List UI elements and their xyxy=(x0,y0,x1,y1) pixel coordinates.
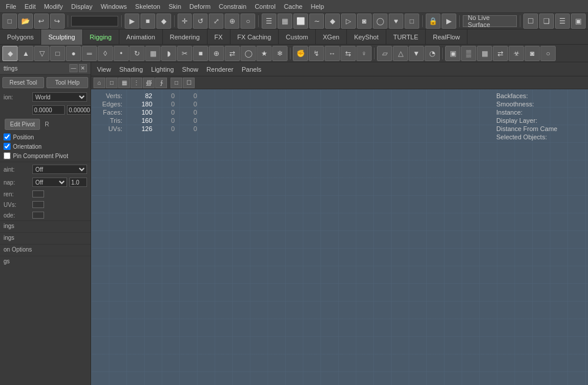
vp-cam-btn2[interactable]: ☐ xyxy=(183,78,195,88)
mask-btn[interactable]: ▱ xyxy=(377,46,392,61)
menu-skeleton[interactable]: Skeleton xyxy=(132,2,164,11)
sculpt-smear-btn[interactable]: ⇄ xyxy=(225,46,240,61)
rotate-btn[interactable]: ↺ xyxy=(193,14,208,29)
render-btn[interactable]: ▶ xyxy=(442,14,456,29)
misc-btn5[interactable]: □ xyxy=(405,14,419,29)
menu-edit[interactable]: Edit xyxy=(21,2,39,11)
soft-select-btn[interactable]: ○ xyxy=(240,14,255,29)
menu-cache[interactable]: Cache xyxy=(280,2,306,11)
isolate-btn[interactable]: ◔ xyxy=(425,46,440,61)
uvs-color[interactable] xyxy=(32,201,44,208)
sculpt-pose-btn[interactable]: ♀ xyxy=(356,46,372,61)
vp-menu-panels[interactable]: Panels xyxy=(238,65,265,74)
menu-file[interactable]: File xyxy=(2,2,20,11)
tool-help-btn[interactable]: Tool Help xyxy=(46,77,88,88)
edit-pivot-btn[interactable]: Edit Pivot xyxy=(5,119,40,130)
select-btn3[interactable]: ◆ xyxy=(156,14,171,29)
ode-color[interactable] xyxy=(32,212,44,219)
move-btn[interactable]: ✛ xyxy=(178,14,192,29)
vp-num-btn[interactable]: ∰ xyxy=(143,78,155,88)
vp-fit-btn[interactable]: □ xyxy=(106,78,118,88)
sculpt-vis7[interactable]: ○ xyxy=(540,46,556,61)
undo-btn[interactable]: ↩ xyxy=(34,14,49,29)
orientation-checkbox[interactable] xyxy=(4,143,11,150)
sculpt-pull-btn[interactable]: ▲ xyxy=(18,46,34,61)
scale-btn[interactable]: ⤢ xyxy=(209,14,223,29)
sculpt-vis3[interactable]: ▦ xyxy=(477,46,492,61)
sculpt-foamy-btn[interactable]: ◊ xyxy=(98,46,113,61)
grid-snap-btn[interactable]: ⬜ xyxy=(293,14,308,29)
tab-rigging[interactable]: Rigging xyxy=(83,29,119,45)
tab-xgen[interactable]: XGen xyxy=(316,29,347,45)
sculpt-relax-btn[interactable]: □ xyxy=(50,46,65,61)
vp-cam-btn[interactable]: □ xyxy=(171,78,182,88)
menu-help[interactable]: Help xyxy=(307,2,328,11)
vp-num-btn2[interactable]: ∱ xyxy=(155,78,167,88)
sculpt-freeze-btn[interactable]: ❄ xyxy=(272,46,288,61)
misc-btn4[interactable]: ♥ xyxy=(389,14,403,29)
snap-num[interactable] xyxy=(69,178,87,187)
snap-select[interactable]: Off xyxy=(32,178,67,187)
sculpt-vis2[interactable]: ▒ xyxy=(461,46,476,61)
mask-clear-btn[interactable]: △ xyxy=(393,46,408,61)
window-btn1[interactable]: ☐ xyxy=(523,14,538,29)
sculpt-knife-btn[interactable]: ⊕ xyxy=(209,46,224,61)
sculpt-vis1[interactable]: ▣ xyxy=(445,46,460,61)
sculpt-imprint-btn[interactable]: ▦ xyxy=(145,46,161,61)
menu-modify[interactable]: Modify xyxy=(41,2,66,11)
tab-keyshot[interactable]: KeyShot xyxy=(347,29,386,45)
vp-wireframe-btn[interactable]: ▦ xyxy=(118,78,130,88)
sculpt-bulge-btn[interactable]: ◯ xyxy=(240,46,256,61)
redo-btn[interactable]: ↪ xyxy=(50,14,65,29)
panel-close-btn[interactable]: ✕ xyxy=(79,64,87,72)
sculpt-scrape-btn[interactable]: ✂ xyxy=(177,46,192,61)
tab-rendering[interactable]: Rendering xyxy=(163,29,208,45)
window-btn2[interactable]: ❑ xyxy=(539,14,554,29)
sculpt-grab-btn[interactable]: ✊ xyxy=(293,46,308,61)
menu-deform[interactable]: Deform xyxy=(186,2,214,11)
sculpt-push-btn[interactable]: ◆ xyxy=(2,46,18,61)
menu-constrain[interactable]: Constrain xyxy=(215,2,250,11)
select-btn1[interactable]: ▶ xyxy=(125,14,139,29)
tab-realflow[interactable]: RealFlow xyxy=(426,29,467,45)
menu-display[interactable]: Display xyxy=(68,2,96,11)
pin-component-checkbox[interactable] xyxy=(4,152,11,159)
sculpt-fill-btn[interactable]: ■ xyxy=(193,46,208,61)
vp-home-btn[interactable]: ⌂ xyxy=(93,78,105,88)
ren-color[interactable] xyxy=(32,190,44,197)
snap-btn[interactable]: ▦ xyxy=(278,14,292,29)
sculpt-vis6[interactable]: ◙ xyxy=(524,46,540,61)
tab-fx-caching[interactable]: FX Caching xyxy=(230,29,279,45)
vp-layout-btn[interactable]: ⋮ xyxy=(131,78,142,88)
window-btn4[interactable]: ▣ xyxy=(571,14,586,29)
tab-turtle[interactable]: TURTLE xyxy=(386,29,426,45)
val1-input[interactable] xyxy=(32,105,65,115)
objects-input[interactable]: Objects xyxy=(71,16,118,26)
sculpt-flatten-btn[interactable]: ═ xyxy=(82,46,97,61)
misc-btn2[interactable]: ◙ xyxy=(357,14,372,29)
curve-btn[interactable]: ∼ xyxy=(309,14,324,29)
menu-control[interactable]: Control xyxy=(251,2,279,11)
sculpt-vis4[interactable]: ⇄ xyxy=(493,46,508,61)
sculpt-vis5[interactable]: ☣ xyxy=(509,46,524,61)
no-live-surface-label[interactable]: No Live Surface xyxy=(463,15,517,27)
lock-btn[interactable]: 🔒 xyxy=(426,14,440,29)
tab-sculpting[interactable]: Sculpting xyxy=(41,29,82,45)
sculpt-spray-btn[interactable]: • xyxy=(113,46,129,61)
mask-flood-btn[interactable]: ▼ xyxy=(409,46,424,61)
vp-menu-show[interactable]: Show xyxy=(179,65,202,74)
sculpt-pinch-btn[interactable]: ● xyxy=(66,46,81,61)
reset-tool-btn[interactable]: Reset Tool xyxy=(2,77,44,88)
new-scene-btn[interactable]: □ xyxy=(2,14,17,29)
sculpt-slide-btn[interactable]: ↔ xyxy=(325,46,340,61)
paint-select[interactable]: Off xyxy=(32,165,87,174)
misc-btn1[interactable]: ▷ xyxy=(341,14,356,29)
universal-btn[interactable]: ⊕ xyxy=(225,14,239,29)
tab-polygons[interactable]: Polygons xyxy=(0,29,41,45)
sculpt-smooth-btn[interactable]: ▽ xyxy=(34,46,49,61)
sculpt-repeat-btn[interactable]: ↻ xyxy=(129,46,145,61)
val2-input[interactable] xyxy=(67,105,91,115)
open-btn[interactable]: 📂 xyxy=(18,14,33,29)
history-btn[interactable]: ☰ xyxy=(262,14,276,29)
orientation-select[interactable]: World xyxy=(32,92,87,102)
